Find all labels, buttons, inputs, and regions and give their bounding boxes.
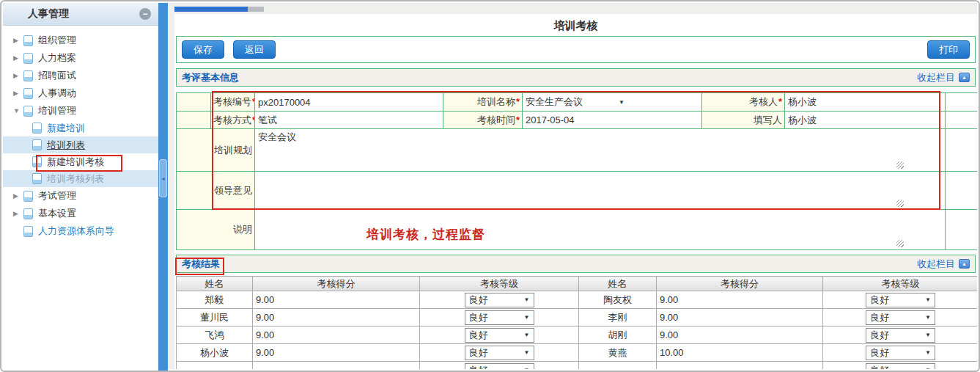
collapse-section-link[interactable]: 收起栏目 ▲ [917, 71, 970, 84]
name-cell [579, 362, 657, 370]
exam-method-label: 考核方式* [211, 112, 255, 129]
toolbar: 保存 返回 打印 [176, 36, 976, 63]
sidebar-item-hr-archive[interactable]: ▶ 人力档案 [3, 49, 158, 67]
grade-select[interactable]: 良好▼ [465, 328, 534, 343]
table-row: 郑毅 9.00 良好▼ 陶友权 9.00 良好▼ [177, 291, 978, 309]
name-cell: 陶友权 [579, 291, 657, 309]
grade-cell: 良好▼ [823, 344, 978, 362]
resize-handle-icon[interactable] [896, 200, 904, 207]
score-cell[interactable] [657, 362, 823, 370]
grade-select[interactable]: 良好▼ [465, 310, 534, 325]
sidebar-header: 人事管理 − [3, 3, 158, 26]
form-gutter-cell [177, 93, 211, 112]
col-header-name: 姓名 [579, 277, 657, 291]
table-row: 飞鸿 9.00 良好▼ 胡刚 9.00 良好▼ [177, 327, 978, 344]
chevron-down-icon: ▼ [524, 367, 530, 369]
chevron-right-icon[interactable]: ▶ [13, 54, 23, 62]
form-spacer-cell [946, 93, 978, 112]
form-row-1: 考核编号* px20170004 培训名称* 安全生产会议 ▼ 考核人* 杨小波 [177, 93, 978, 112]
document-icon [23, 226, 33, 237]
chevron-down-icon: ▼ [925, 314, 931, 321]
collapse-up-icon: ▲ [959, 259, 970, 269]
sidebar-item-org-mgmt[interactable]: ▶ 组织管理 [3, 32, 158, 49]
filler-label: 填写人 [702, 112, 785, 129]
note-textarea[interactable] [255, 210, 946, 250]
grade-select[interactable]: 良好▼ [866, 310, 935, 325]
required-mark: * [778, 96, 782, 107]
sidebar-item-recruit-interview[interactable]: ▶ 招聘面试 [3, 67, 158, 84]
sidebar-title: 人事管理 [28, 7, 139, 21]
score-cell[interactable]: 9.00 [657, 327, 823, 344]
exam-code-field[interactable]: px20170004 [255, 93, 443, 112]
document-icon [23, 70, 33, 81]
filler-field[interactable]: 杨小波 [785, 112, 946, 129]
grade-cell: 良好▼ [823, 362, 978, 370]
grade-cell: 良好▼ [420, 327, 579, 344]
sidebar-item-personnel-transfer[interactable]: ▶ 人事调动 [3, 84, 158, 102]
score-cell[interactable]: 9.00 [253, 327, 420, 344]
document-icon [23, 208, 33, 219]
grade-select[interactable]: 良好▼ [866, 363, 935, 370]
sidebar-item-training-assessment-list[interactable]: 培训考核列表 [3, 170, 158, 187]
chevron-down-icon[interactable]: ▼ [13, 107, 23, 114]
training-name-select[interactable]: 安全生产会议 ▼ [526, 95, 654, 109]
collapse-sidebar-icon[interactable]: − [139, 8, 151, 20]
resize-handle-icon[interactable] [896, 240, 904, 247]
form-gutter-cell [177, 112, 211, 129]
save-button[interactable]: 保存 [182, 40, 224, 59]
score-cell[interactable]: 9.00 [657, 291, 823, 309]
print-button[interactable]: 打印 [927, 40, 970, 59]
section-title-basic-info: 考评基本信息 [182, 71, 239, 84]
name-cell: 董川民 [177, 309, 253, 327]
col-header-grade: 考核等级 [823, 277, 978, 291]
sidebar-item-training-list[interactable]: 培训列表 [3, 136, 158, 153]
chevron-right-icon[interactable]: ▶ [13, 210, 23, 217]
exam-date-field[interactable]: 2017-05-04 [523, 112, 702, 129]
collapse-section-link[interactable]: 收起栏目 ▲ [917, 258, 970, 271]
sidebar-item-new-training[interactable]: 新建培训 [3, 120, 158, 136]
training-plan-label: 培训规划 [177, 129, 255, 172]
chevron-right-icon[interactable]: ▶ [13, 37, 23, 44]
score-cell[interactable]: 9.00 [253, 309, 420, 327]
score-cell[interactable] [253, 362, 420, 370]
grade-select[interactable]: 良好▼ [465, 346, 534, 360]
grade-select[interactable]: 良好▼ [866, 346, 935, 360]
back-button[interactable]: 返回 [233, 40, 276, 59]
leader-opinion-textarea[interactable] [255, 172, 946, 210]
resize-handle-icon[interactable] [896, 161, 904, 169]
table-row: 董川民 9.00 良好▼ 李刚 9.00 良好▼ [177, 309, 978, 327]
sidebar-item-training-mgmt[interactable]: ▼ 培训管理 [3, 102, 158, 120]
sidebar-item-hr-system-wizard[interactable]: 人力资源体系向导 [3, 222, 158, 240]
document-icon [23, 106, 33, 117]
sidebar-tree: ▶ 组织管理 ▶ 人力档案 ▶ 招聘面试 ▶ 人事调动 ▼ [3, 26, 158, 240]
exam-code-label: 考核编号* [211, 93, 255, 112]
sidebar-item-basic-settings[interactable]: ▶ 基本设置 [3, 205, 158, 222]
chevron-right-icon[interactable]: ▶ [13, 192, 23, 200]
training-plan-textarea[interactable]: 安全会议 [255, 129, 946, 172]
exam-method-field[interactable]: 笔试 [255, 112, 443, 129]
chevron-down-icon: ▼ [524, 296, 530, 303]
form-spacer-cell [946, 172, 978, 210]
score-cell[interactable]: 10.00 [657, 344, 823, 362]
score-cell[interactable]: 9.00 [253, 291, 420, 309]
grade-select[interactable]: 良好▼ [866, 328, 935, 343]
sidebar-item-exam-mgmt[interactable]: ▶ 考试管理 [3, 187, 158, 205]
document-icon [23, 191, 33, 202]
name-cell: 李刚 [579, 309, 657, 327]
content-panel: 培训考核 保存 返回 打印 考评基本信息 收起栏目 ▲ [174, 14, 977, 369]
grade-select[interactable]: 良好▼ [465, 363, 534, 370]
chevron-right-icon[interactable]: ▶ [13, 90, 23, 97]
sidebar-splitter[interactable]: ◄ [158, 3, 168, 371]
score-cell[interactable]: 9.00 [657, 309, 823, 327]
grade-select[interactable]: 良好▼ [465, 293, 534, 307]
assessor-field[interactable]: 杨小波 [785, 93, 946, 112]
basic-info-form: 考核编号* px20170004 培训名称* 安全生产会议 ▼ 考核人* 杨小波 [176, 92, 977, 250]
chevron-right-icon[interactable]: ▶ [13, 72, 23, 79]
grade-cell: 良好▼ [420, 309, 579, 327]
grade-select[interactable]: 良好▼ [866, 293, 935, 307]
splitter-collapse-handle[interactable]: ◄ [159, 159, 167, 197]
sidebar-item-new-training-assessment[interactable]: 新建培训考核 [3, 153, 158, 170]
chevron-down-icon: ▼ [524, 332, 530, 338]
chevron-left-icon: ◄ [161, 176, 166, 181]
score-cell[interactable]: 9.00 [253, 344, 420, 362]
